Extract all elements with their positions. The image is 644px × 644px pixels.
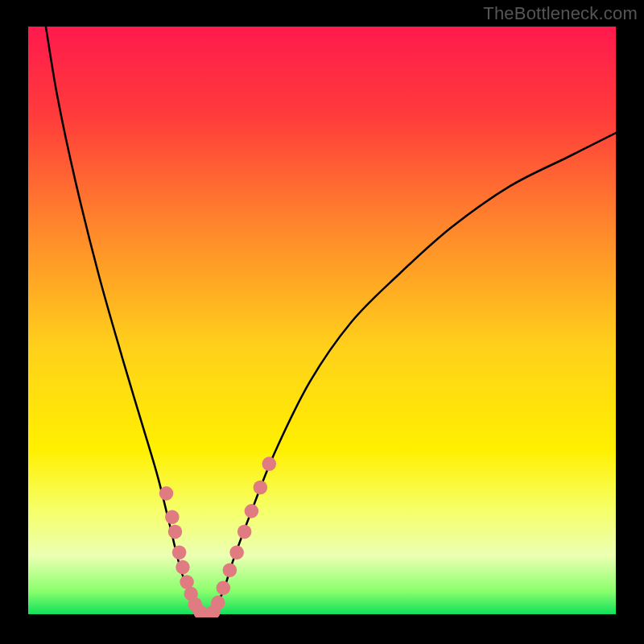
marker-dot	[159, 486, 174, 501]
marker-dot	[175, 560, 190, 575]
marker-dot	[237, 525, 252, 539]
marker-dot	[223, 563, 237, 577]
marker-dot	[217, 580, 231, 595]
curve-layer	[28, 27, 616, 617]
watermark-text: TheBottleneck.com	[483, 3, 638, 24]
curve-markers	[159, 456, 276, 617]
plot-area	[28, 27, 616, 617]
main-curve	[46, 27, 616, 617]
marker-dot	[245, 504, 259, 518]
marker-dot	[168, 525, 183, 539]
marker-dot	[172, 545, 187, 559]
marker-dot	[254, 481, 268, 495]
marker-dot	[229, 545, 244, 559]
marker-dot	[211, 596, 225, 610]
marker-dot	[262, 456, 277, 471]
chart-canvas: TheBottleneck.com	[0, 0, 644, 644]
marker-dot	[165, 510, 180, 524]
